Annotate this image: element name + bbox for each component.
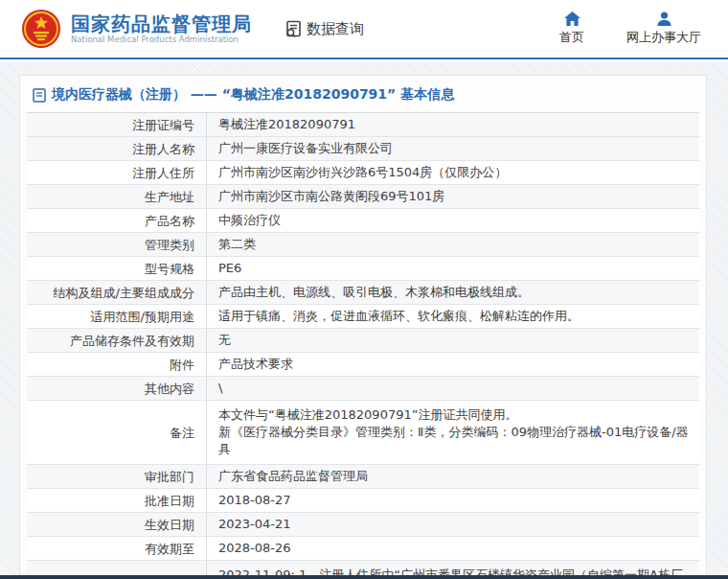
field-value: \	[207, 377, 699, 400]
nav-online-hall[interactable]: 网上办事大厅	[626, 12, 701, 46]
field-value: 广东省食品药品监督管理局	[207, 465, 699, 488]
data-query-button[interactable]: 数据查询	[284, 20, 364, 38]
header-nav: 首页 网上办事大厅	[559, 12, 701, 46]
table-row: 产品名称 中频治疗仪	[27, 209, 699, 233]
table-row: 型号规格 PE6	[27, 257, 699, 281]
field-label: 备注	[27, 401, 207, 464]
field-label: 附件	[27, 353, 207, 376]
nav-hall-label: 网上办事大厅	[626, 29, 701, 46]
home-icon	[564, 12, 580, 26]
nav-home-label: 首页	[559, 29, 584, 46]
field-value: 本文件与“粤械注准20182090791”注册证共同使用。 新《医疗器械分类目录…	[207, 401, 699, 464]
field-value: 2028-08-26	[207, 537, 699, 560]
field-value: 产品技术要求	[207, 353, 699, 376]
table-row: 其他内容 \	[27, 377, 699, 401]
table-row-remark: 备注 本文件与“粤械注准20182090791”注册证共同使用。 新《医疗器械分…	[27, 401, 699, 465]
field-label: 批准日期	[27, 489, 207, 512]
table-row: 批准日期 2018-08-27	[27, 489, 699, 513]
national-emblem-icon	[21, 9, 61, 49]
site-header: 国家药品监督管理局 National Medical Products Admi…	[0, 0, 728, 59]
field-value: 广州市南沙区南沙街兴沙路6号1504房（仅限办公）	[207, 161, 699, 184]
field-label: 生效日期	[27, 513, 207, 536]
field-label: 审批部门	[27, 465, 207, 488]
table-row: 注册证编号 粤械注准20182090791	[27, 113, 699, 137]
table-row: 生效日期 2023-04-21	[27, 513, 699, 537]
field-value: 适用于镇痛、消炎，促进血液循环、软化瘢痕、松解粘连的作用。	[207, 305, 699, 328]
field-label: 生产地址	[27, 185, 207, 208]
site-logo-text: 国家药品监督管理局 National Medical Products Admi…	[71, 13, 252, 45]
table-row: 适用范围/预期用途 适用于镇痛、消炎，促进血液循环、软化瘢痕、松解粘连的作用。	[27, 305, 699, 329]
content-panel: 境内医疗器械（注册） —— “粤械注准20182090791” 基本信息 注册证…	[19, 75, 707, 579]
document-search-icon	[284, 20, 303, 38]
field-label: 型号规格	[27, 257, 207, 280]
field-value: 广州市南沙区市南公路黄阁段69号101房	[207, 185, 699, 208]
table-row: 产品储存条件及有效期 无	[27, 329, 699, 353]
page-title-bar: 境内医疗器械（注册） —— “粤械注准20182090791” 基本信息	[20, 76, 706, 112]
field-value: 产品由主机、电源线、吸引电极、木浆棉和电极线组成。	[207, 281, 699, 304]
field-value: 2018-08-27	[207, 489, 699, 512]
document-icon	[33, 88, 46, 103]
registration-detail-table: 注册证编号 粤械注准20182090791 注册人名称 广州一康医疗设备实业有限…	[27, 112, 699, 579]
field-value: 无	[207, 329, 699, 352]
table-row: 有效期至 2028-08-26	[27, 537, 699, 561]
field-label: 结构及组成/主要组成成分	[27, 281, 207, 304]
table-row: 管理类别 第二类	[27, 233, 699, 257]
table-row: 注册人住所 广州市南沙区南沙街兴沙路6号1504房（仅限办公）	[27, 161, 699, 185]
table-row: 结构及组成/主要组成成分 产品由主机、电源线、吸引电极、木浆棉和电极线组成。	[27, 281, 699, 305]
field-value: 第二类	[207, 233, 699, 256]
field-label: 有效期至	[27, 537, 207, 560]
site-title: 国家药品监督管理局	[71, 13, 252, 35]
field-value: 粤械注准20182090791	[207, 113, 699, 136]
table-row: 附件 产品技术要求	[27, 353, 699, 377]
table-row: 注册人名称 广州一康医疗设备实业有限公司	[27, 137, 699, 161]
field-label: 适用范围/预期用途	[27, 305, 207, 328]
table-row: 审批部门 广东省食品药品监督管理局	[27, 465, 699, 489]
user-icon	[657, 12, 671, 26]
field-label: 产品名称	[27, 209, 207, 232]
site-subtitle: National Medical Products Administration	[71, 35, 252, 45]
field-label: 注册证编号	[27, 113, 207, 136]
data-query-label: 数据查询	[307, 20, 364, 38]
field-label: 注册人住所	[27, 161, 207, 184]
field-value: 中频治疗仪	[207, 209, 699, 232]
field-label: 产品储存条件及有效期	[27, 329, 207, 352]
field-value: 2023-04-21	[207, 513, 699, 536]
nav-home[interactable]: 首页	[559, 12, 584, 46]
field-label: 注册人名称	[27, 137, 207, 160]
page-title: 境内医疗器械（注册） —— “粤械注准20182090791” 基本信息	[52, 86, 454, 104]
field-value: 广州一康医疗设备实业有限公司	[207, 137, 699, 160]
footer-bar	[0, 575, 728, 579]
field-label: 管理类别	[27, 233, 207, 256]
field-label: 其他内容	[27, 377, 207, 400]
field-value: PE6	[207, 257, 699, 280]
table-row: 生产地址 广州市南沙区市南公路黄阁段69号101房	[27, 185, 699, 209]
